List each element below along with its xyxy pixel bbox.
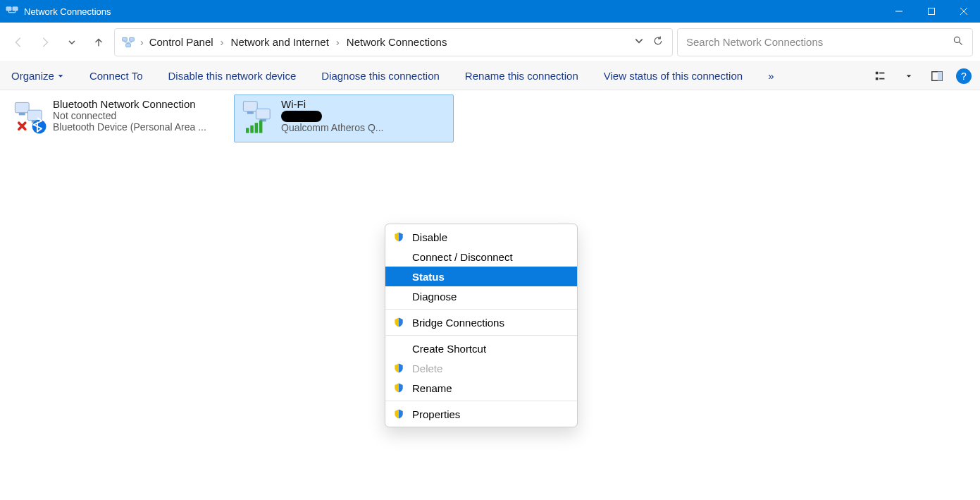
adapter-name: Bluetooth Network Connection	[53, 98, 206, 110]
context-menu: Disable Connect / Disconnect Status Diag…	[385, 224, 578, 427]
context-menu-properties[interactable]: Properties	[385, 404, 577, 424]
shield-icon	[392, 316, 405, 329]
context-menu-label: Bridge Connections	[412, 317, 504, 329]
toolbar-label: View status of this connection	[604, 70, 743, 82]
context-menu-connect-disconnect[interactable]: Connect / Disconnect	[385, 247, 577, 267]
shield-icon	[392, 408, 405, 420]
svg-rect-2	[929, 8, 935, 15]
minimize-button[interactable]	[883, 0, 915, 23]
context-menu-delete: Delete	[385, 358, 577, 378]
svg-rect-23	[259, 121, 263, 133]
window-controls	[883, 0, 980, 23]
forward-button[interactable]	[34, 31, 56, 54]
svg-rect-11	[15, 102, 29, 112]
redacted-ssid	[281, 111, 322, 122]
context-menu-label: Rename	[412, 382, 452, 394]
context-menu-label: Status	[412, 271, 445, 283]
adapter-device: Bluetooth Device (Personal Area ...	[53, 121, 206, 133]
context-menu-label: Create Shortcut	[412, 343, 486, 355]
connect-to-button[interactable]: Connect To	[87, 67, 146, 85]
search-box[interactable]	[677, 28, 973, 56]
context-menu-label: Disable	[412, 231, 447, 243]
adapter-device: Qualcomm Atheros Q...	[281, 122, 384, 133]
svg-rect-16	[243, 102, 257, 111]
svg-rect-5	[126, 43, 131, 47]
window-title: Network Connections	[24, 6, 111, 17]
svg-rect-10	[938, 71, 942, 80]
disable-device-button[interactable]: Disable this network device	[165, 67, 299, 85]
address-icon	[120, 35, 136, 50]
breadcrumb-item[interactable]: Network and Internet	[227, 33, 333, 51]
toolbar-label: Diagnose this connection	[321, 70, 440, 82]
adapter-icon	[239, 98, 278, 138]
up-button[interactable]	[87, 31, 110, 54]
shield-icon	[392, 362, 405, 374]
svg-rect-18	[247, 111, 254, 114]
organize-menu[interactable]: Organize	[8, 67, 67, 85]
adapter-name: Wi-Fi	[281, 98, 384, 110]
svg-rect-22	[255, 123, 259, 133]
search-input[interactable]	[686, 36, 953, 48]
toolbar-label: Rename this connection	[465, 70, 578, 82]
context-menu-label: Delete	[412, 362, 442, 374]
titlebar: Network Connections	[0, 0, 980, 23]
search-icon[interactable]	[953, 35, 964, 49]
context-menu-disable[interactable]: Disable	[385, 227, 577, 247]
chevron-down-icon[interactable]	[634, 36, 644, 48]
diagnose-button[interactable]: Diagnose this connection	[318, 67, 442, 85]
svg-rect-17	[256, 109, 270, 118]
preview-pane-button[interactable]	[928, 67, 946, 85]
toolbar-label: Connect To	[89, 70, 143, 82]
shield-icon	[392, 382, 405, 394]
context-menu-label: Connect / Disconnect	[412, 251, 513, 263]
refresh-icon[interactable]	[652, 35, 664, 49]
view-status-button[interactable]: View status of this connection	[601, 67, 745, 85]
chevron-right-icon[interactable]: ›	[139, 37, 145, 48]
address-bar[interactable]: › Control Panel › Network and Internet ›…	[114, 28, 673, 56]
adapter-icon	[11, 98, 50, 138]
chevron-right-icon[interactable]: ›	[219, 36, 225, 48]
context-menu-bridge[interactable]: Bridge Connections	[385, 312, 577, 332]
adapter-item-wifi[interactable]: Wi-Fi Qualcomm Atheros Q...	[234, 94, 454, 142]
context-menu-create-shortcut[interactable]: Create Shortcut	[385, 339, 577, 358]
address-row: › Control Panel › Network and Internet ›…	[0, 23, 980, 62]
help-button[interactable]: ?	[956, 68, 972, 84]
toolbar-right: ?	[872, 67, 972, 85]
context-menu-label: Properties	[412, 408, 460, 420]
overflow-icon: »	[768, 70, 774, 82]
svg-rect-4	[130, 37, 135, 41]
svg-rect-7	[876, 71, 879, 74]
command-toolbar: Organize Connect To Disable this network…	[0, 62, 980, 90]
chevron-right-icon[interactable]: ›	[335, 36, 341, 48]
context-menu-separator	[385, 401, 577, 401]
toolbar-label: Organize	[11, 70, 54, 82]
maximize-button[interactable]	[915, 0, 948, 23]
content-area: Bluetooth Network Connection Not connect…	[0, 90, 980, 147]
context-menu-rename[interactable]: Rename	[385, 378, 577, 398]
svg-rect-8	[876, 77, 879, 80]
context-menu-status[interactable]: Status	[385, 267, 577, 286]
breadcrumb-item[interactable]: Network Connections	[342, 33, 452, 51]
svg-rect-13	[19, 113, 25, 116]
rename-button[interactable]: Rename this connection	[462, 67, 581, 85]
back-button[interactable]	[7, 31, 30, 54]
breadcrumb-item[interactable]: Control Panel	[145, 33, 218, 51]
context-menu-label: Diagnose	[412, 291, 457, 303]
adapter-status	[281, 110, 384, 122]
context-menu-separator	[385, 335, 577, 336]
context-menu-separator	[385, 309, 577, 310]
address-bar-actions	[634, 35, 668, 49]
adapter-item-bluetooth[interactable]: Bluetooth Network Connection Not connect…	[6, 94, 225, 142]
adapter-list: Bluetooth Network Connection Not connect…	[6, 94, 974, 142]
overflow-button[interactable]: »	[765, 67, 776, 85]
svg-point-6	[954, 37, 960, 42]
view-options-button[interactable]	[872, 67, 890, 85]
close-button[interactable]	[948, 0, 980, 23]
svg-rect-21	[250, 126, 254, 133]
view-dropdown-icon[interactable]	[900, 67, 918, 85]
svg-rect-1	[13, 7, 18, 11]
svg-rect-3	[123, 37, 128, 41]
context-menu-diagnose[interactable]: Diagnose	[385, 286, 577, 306]
recent-dropdown[interactable]	[61, 31, 83, 54]
adapter-status: Not connected	[53, 110, 206, 121]
